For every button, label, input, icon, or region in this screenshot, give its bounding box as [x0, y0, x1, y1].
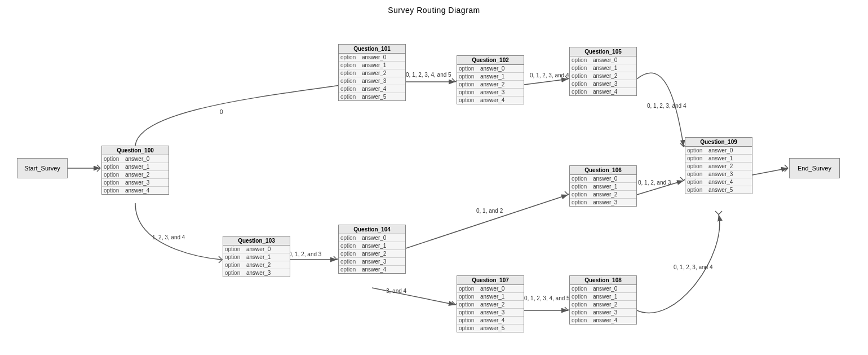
svg-line-11 [524, 79, 568, 85]
svg-line-33 [715, 211, 719, 214]
edge-label-q107-q108: 0, 1, 2, 3, 4, and 5 [524, 295, 570, 301]
question-104-title: Question_104 [339, 225, 405, 234]
end-survey-node: End_Survey [789, 158, 840, 178]
edge-label-q102-q105: 0, 1, 2, 3, and 4 [530, 72, 569, 78]
question-107-node: Question_107 optionanswer_0 optionanswer… [457, 275, 524, 332]
question-102-title: Question_102 [457, 56, 524, 65]
question-102-node: Question_102 optionanswer_0 optionanswer… [457, 55, 524, 104]
svg-line-5 [97, 168, 100, 172]
edge-label-q105-q109: 0, 1, 2, 3, and 4 [647, 103, 687, 109]
svg-line-16 [219, 256, 222, 260]
edge-label-q101-q102: 0, 1, 2, 3, 4, and 5 [406, 72, 451, 78]
question-100-title: Question_100 [102, 146, 169, 155]
question-103-title: Question_103 [223, 236, 290, 246]
svg-line-21 [406, 195, 568, 248]
question-108-node: Question_108 optionanswer_0 optionanswer… [569, 275, 637, 325]
svg-line-35 [752, 168, 788, 175]
edge-label-q104-q106: 0, 1, and 2 [476, 208, 503, 214]
edge-label-q103-q104: 0, 1, 2, and 3 [289, 251, 321, 257]
svg-line-14 [680, 143, 684, 147]
svg-line-9 [452, 78, 455, 82]
svg-line-17 [219, 260, 222, 263]
edge-label-q104-q107: 3, and 4 [386, 288, 406, 294]
question-101-node: Question_101 optionanswer_0 optionanswer… [338, 44, 406, 101]
question-101-title: Question_101 [339, 45, 405, 54]
edge-label-q100-q103: 1, 2, 3, and 4 [152, 234, 185, 240]
svg-line-19 [334, 256, 337, 260]
svg-line-31 [565, 307, 568, 310]
question-104-node: Question_104 optionanswer_0 optionanswer… [338, 225, 406, 274]
start-survey-node: Start_Survey [17, 158, 68, 178]
svg-line-22 [565, 191, 568, 195]
question-106-node: Question_106 optionanswer_0 optionanswer… [569, 165, 637, 207]
question-100-node: Question_100 optionanswer_0 optionanswer… [101, 146, 169, 195]
svg-line-36 [785, 165, 788, 168]
svg-line-25 [680, 177, 684, 181]
svg-line-4 [97, 165, 100, 168]
svg-line-34 [719, 211, 722, 214]
question-105-node: Question_105 optionanswer_0 optionanswer… [569, 47, 637, 96]
page-title: Survey Routing Diagram [0, 0, 868, 15]
svg-line-28 [452, 301, 455, 305]
edge-label-q106-q109: 0, 1, 2, and 3 [638, 179, 671, 186]
question-105-title: Question_105 [570, 47, 636, 56]
edge-label-q108-q109: 0, 1, 2, 3, and 4 [674, 264, 713, 270]
svg-line-37 [785, 168, 788, 172]
question-109-title: Question_109 [685, 138, 752, 147]
question-109-node: Question_109 optionanswer_0 optionanswer… [685, 137, 752, 194]
question-103-node: Question_103 optionanswer_0 optionanswer… [223, 236, 290, 277]
question-106-title: Question_106 [570, 166, 636, 175]
question-107-title: Question_107 [457, 276, 524, 285]
question-108-title: Question_108 [570, 276, 636, 285]
svg-line-27 [372, 288, 455, 305]
edge-label-q100-q101: 0 [220, 109, 223, 115]
